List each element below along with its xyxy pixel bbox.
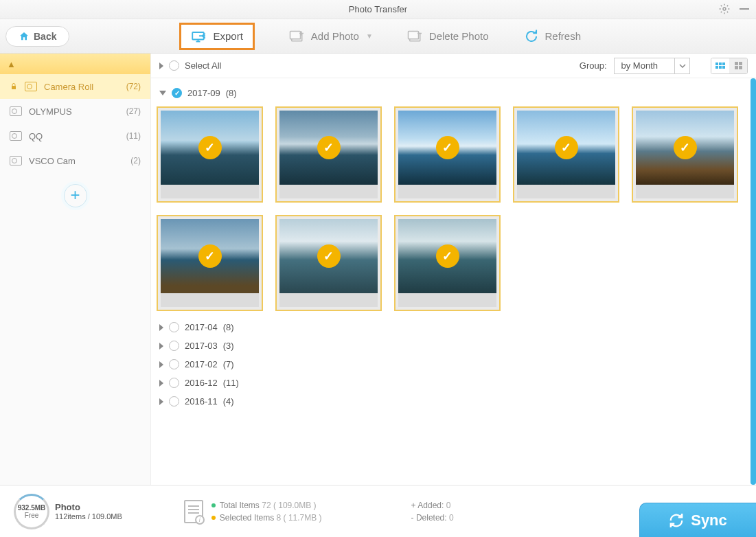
group-checkbox[interactable] xyxy=(169,396,179,407)
group-count: (8) xyxy=(223,322,234,332)
gear-icon[interactable] xyxy=(719,3,730,14)
device-row[interactable]: ▲ xyxy=(0,54,150,74)
total-label: Total Items xyxy=(220,501,260,510)
storage-ring-icon: 932.5MB Free xyxy=(14,494,49,529)
total-value: 72 ( 109.0MB ) xyxy=(262,501,316,510)
group-select[interactable]: by Month xyxy=(614,58,690,74)
thumbnail[interactable] xyxy=(275,106,382,203)
group-header[interactable]: 2017-02 (7) xyxy=(154,355,748,374)
selected-label: Selected Items xyxy=(220,513,274,523)
add-photo-button[interactable]: Add Photo ▼ xyxy=(289,23,373,50)
view-small-button[interactable] xyxy=(711,58,729,73)
thumbnail[interactable] xyxy=(394,106,501,203)
chevron-right-icon xyxy=(159,343,163,350)
eject-icon: ▲ xyxy=(7,59,16,69)
filter-bar: Select All Group: by Month xyxy=(151,54,756,78)
thumbnail[interactable] xyxy=(157,106,263,203)
group-checkbox[interactable] xyxy=(169,378,179,388)
group-checkbox[interactable] xyxy=(169,359,179,369)
album-icon xyxy=(25,82,37,91)
export-button[interactable]: Export xyxy=(179,23,254,50)
thumbnail[interactable] xyxy=(394,215,501,311)
sidebar-item-vsco[interactable]: VSCO Cam (2) xyxy=(0,148,150,173)
thumbnail[interactable] xyxy=(632,106,738,203)
sync-label: Sync xyxy=(691,512,727,529)
selected-badge-icon xyxy=(436,244,459,268)
sidebar-item-qq[interactable]: QQ (11) xyxy=(0,124,150,148)
document-icon: i xyxy=(184,500,203,523)
group-header[interactable]: 2016-11 (4) xyxy=(154,392,748,411)
add-album-button[interactable]: + xyxy=(64,184,87,207)
group-label: 2016-11 xyxy=(185,396,218,407)
delete-photo-label: Delete Photo xyxy=(429,30,489,42)
sidebar-item-label: Camera Roll xyxy=(44,82,93,92)
added-value: 0 xyxy=(446,501,451,510)
sidebar-item-label: QQ xyxy=(29,131,43,141)
group-header[interactable]: 2016-12 (11) xyxy=(154,374,748,392)
back-button[interactable]: Back xyxy=(5,26,69,47)
chevron-down-icon xyxy=(674,58,689,73)
group-count: (7) xyxy=(223,359,234,369)
scrollbar[interactable] xyxy=(751,78,756,485)
view-toggle xyxy=(711,58,748,74)
group-label: 2017-04 xyxy=(185,322,218,332)
group-count: (4) xyxy=(223,396,234,407)
minimize-icon[interactable] xyxy=(740,8,749,10)
group-count: (11) xyxy=(223,378,239,388)
album-icon xyxy=(10,156,22,165)
chevron-down-icon xyxy=(159,91,166,95)
group-count: (3) xyxy=(223,341,234,351)
delete-photo-icon xyxy=(407,29,424,44)
group-header[interactable]: 2017-09 (8) xyxy=(154,84,748,102)
sidebar-item-olympus[interactable]: OLYMPUS (27) xyxy=(0,99,150,124)
main-panel: Select All Group: by Month 2017-09 (8) xyxy=(151,54,756,485)
selected-badge-icon xyxy=(317,136,341,159)
group-label: 2017-03 xyxy=(185,341,218,351)
group-label: 2016-12 xyxy=(185,378,218,388)
sync-button[interactable]: Sync xyxy=(639,503,756,537)
selected-badge-icon xyxy=(198,136,222,159)
album-icon xyxy=(10,106,22,116)
refresh-label: Refresh xyxy=(545,30,582,42)
sidebar-item-count: (2) xyxy=(130,156,141,165)
group-checkbox[interactable] xyxy=(169,341,179,351)
group-label: 2017-02 xyxy=(185,359,218,369)
group-header[interactable]: 2017-04 (8) xyxy=(154,318,748,336)
sidebar-item-count: (27) xyxy=(126,106,141,116)
view-large-button[interactable] xyxy=(729,58,747,73)
lock-icon xyxy=(10,82,18,91)
toolbar: Back Export Add Photo ▼ Delete Photo Ref… xyxy=(0,19,756,54)
thumbnail[interactable] xyxy=(275,215,382,311)
select-all-label: Select All xyxy=(185,60,221,71)
chevron-right-icon xyxy=(159,361,163,368)
selected-value: 8 ( 11.7MB ) xyxy=(277,513,322,523)
thumbnail[interactable] xyxy=(513,106,619,203)
selected-badge-icon xyxy=(555,136,578,159)
statusbar: 932.5MB Free Photo 112items / 109.0MB i … xyxy=(0,485,756,537)
thumbnails-grid xyxy=(154,102,748,318)
content-area[interactable]: 2017-09 (8) 2017-04 (8) xyxy=(151,78,756,485)
svg-point-0 xyxy=(723,8,726,10)
chevron-right-icon xyxy=(159,398,163,405)
expand-all-icon[interactable] xyxy=(159,62,163,69)
add-photo-icon xyxy=(289,29,306,44)
deleted-value: 0 xyxy=(449,513,454,523)
deleted-label: - Deleted: xyxy=(411,513,447,523)
group-header[interactable]: 2017-03 (3) xyxy=(154,336,748,355)
back-label: Back xyxy=(34,31,56,42)
home-icon xyxy=(19,31,30,42)
added-label: + Added: xyxy=(411,501,444,510)
selected-badge-icon xyxy=(436,136,459,159)
group-checkbox[interactable] xyxy=(169,322,179,332)
group-value: by Month xyxy=(615,60,674,71)
add-photo-label: Add Photo xyxy=(311,30,359,42)
sidebar-item-camera-roll[interactable]: Camera Roll (72) xyxy=(0,74,150,99)
select-all-checkbox[interactable] xyxy=(169,60,179,71)
group-checkbox[interactable] xyxy=(172,88,182,98)
chevron-right-icon xyxy=(159,380,163,387)
thumbnail[interactable] xyxy=(157,215,263,311)
delete-photo-button[interactable]: Delete Photo xyxy=(407,23,489,50)
refresh-button[interactable]: Refresh xyxy=(523,23,582,50)
svg-rect-11 xyxy=(12,86,16,89)
window-title: Photo Transfer xyxy=(349,4,407,14)
